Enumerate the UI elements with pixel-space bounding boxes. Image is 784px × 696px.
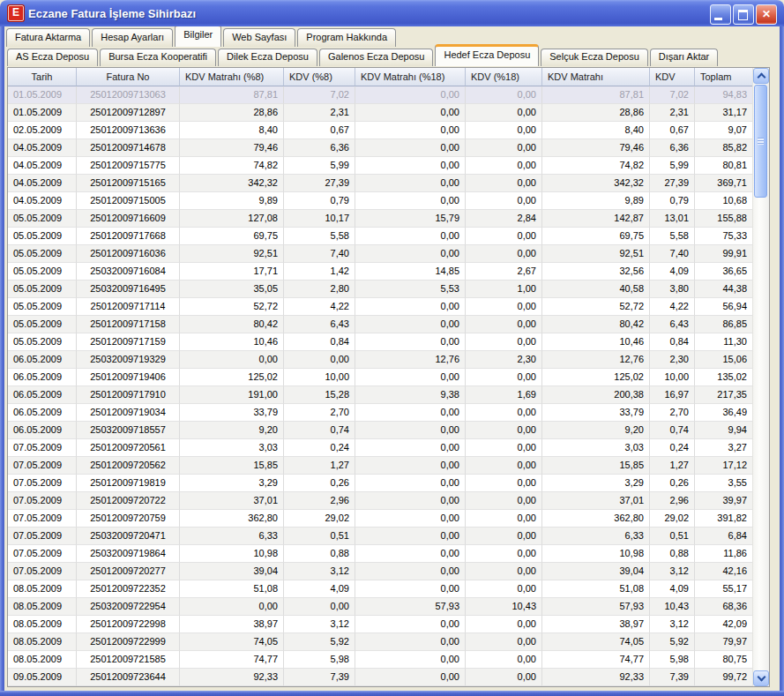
cell-kdv-matrahi-8: 125,02 xyxy=(180,369,284,386)
tab-label: Bursa Ecza Kooperatifi xyxy=(108,51,207,62)
column-header-tarih[interactable]: Tarih xyxy=(8,68,77,86)
maximize-button[interactable] xyxy=(733,4,754,25)
cell-kdv-8: 10,17 xyxy=(284,210,355,228)
cell-kdv-matrahi-18: 0,00 xyxy=(355,492,466,510)
table-row[interactable]: 07.05.20092503200971986410,980,880,000,0… xyxy=(8,545,753,563)
table-row[interactable]: 06.05.200925012009717910191,0015,289,381… xyxy=(8,386,753,404)
table-row[interactable]: 04.05.20092501200971467879,466,360,000,0… xyxy=(8,139,753,157)
column-header-toplam[interactable]: Toplam xyxy=(695,68,753,86)
depot-tab-d-ar-aktar[interactable]: Dışarı Aktar xyxy=(650,49,718,66)
tab-bilgiler[interactable]: Bilgiler xyxy=(175,24,221,47)
scroll-up-button[interactable] xyxy=(753,68,769,84)
table-row[interactable]: 07.05.200925012009720759362,8029,020,000… xyxy=(8,510,753,528)
cell-fatura-no: 25012009717159 xyxy=(77,333,180,351)
column-header-kdv-matrahi-8[interactable]: KDV Matrahı (%8) xyxy=(180,68,284,86)
cell-kdv: 2,30 xyxy=(650,351,695,369)
cell-kdv-18: 2,84 xyxy=(466,210,542,228)
column-header-kdv-matrahi-18[interactable]: KDV Matrahı (%18) xyxy=(355,68,466,86)
depot-tab-galenos-ecza-deposu[interactable]: Galenos Ecza Deposu xyxy=(319,49,433,66)
cell-kdv-8: 2,31 xyxy=(284,104,355,122)
table-row[interactable]: 05.05.200925012009716609127,0810,1715,79… xyxy=(8,210,753,228)
cell-kdv-matrahi-18: 0,00 xyxy=(355,369,466,386)
table-row[interactable]: 04.05.20092501200971577574,825,990,000,0… xyxy=(8,157,753,175)
table-row[interactable]: 07.05.20092501200972027739,043,120,000,0… xyxy=(8,563,753,580)
window-border-bottom xyxy=(0,691,784,696)
table-row[interactable]: 05.05.20092501200971711452,724,220,000,0… xyxy=(8,298,753,316)
cell-kdv-8: 0,88 xyxy=(284,545,355,563)
cell-kdv-18: 0,00 xyxy=(466,157,542,175)
depot-tab-hedef-ecza-deposu[interactable]: Hedef Ecza Deposu xyxy=(435,44,539,66)
cell-kdv: 16,97 xyxy=(650,386,695,404)
depot-tab-as-ecza-deposu[interactable]: AS Ecza Deposu xyxy=(7,49,98,66)
table-row[interactable]: 04.05.200925012009715165342,3227,390,000… xyxy=(8,175,753,192)
cell-kdv-matrahi: 69,75 xyxy=(542,228,650,245)
cell-toplam: 155,88 xyxy=(695,210,753,228)
table-row[interactable]: 06.05.2009250320097185579,200,740,000,00… xyxy=(8,422,753,439)
depot-tab-bursa-ecza-kooperatifi[interactable]: Bursa Ecza Kooperatifi xyxy=(100,49,216,66)
cell-kdv-matrahi: 3,29 xyxy=(542,475,650,492)
table-row[interactable]: 08.05.2009250320097229540,000,0057,9310,… xyxy=(8,598,753,616)
vertical-scrollbar[interactable] xyxy=(752,68,769,686)
title-bar[interactable]: E Eczane Fatura İşleme Sihirbazı ✕ xyxy=(0,0,784,26)
table-row[interactable]: 08.05.20092501200972299974,055,920,000,0… xyxy=(8,633,753,651)
table-row[interactable]: 08.05.20092501200972158574,775,980,000,0… xyxy=(8,651,753,669)
cell-kdv-18: 0,00 xyxy=(466,669,542,686)
table-row[interactable]: 07.05.20092501200972072237,012,960,000,0… xyxy=(8,492,753,510)
table-row[interactable]: 06.05.2009250320097193290,000,0012,762,3… xyxy=(8,351,753,369)
table-row[interactable]: 05.05.20092501200971603692,517,400,000,0… xyxy=(8,245,753,263)
table-row[interactable]: 06.05.200925012009719406125,0210,000,000… xyxy=(8,369,753,386)
table-row[interactable]: 08.05.20092501200972235251,084,090,000,0… xyxy=(8,580,753,598)
cell-kdv-matrahi-18: 0,00 xyxy=(355,475,466,492)
table-row[interactable]: 02.05.2009250120097136368,400,670,000,00… xyxy=(8,122,753,139)
cell-kdv-8: 3,12 xyxy=(284,563,355,580)
table-row[interactable]: 01.05.20092501200971289728,862,310,000,0… xyxy=(8,104,753,122)
minimize-button[interactable] xyxy=(710,4,731,25)
table-row[interactable]: 05.05.20092501200971766869,755,580,000,0… xyxy=(8,228,753,245)
cell-kdv-matrahi-18: 0,00 xyxy=(355,422,466,439)
table-row[interactable]: 04.05.2009250120097150059,890,790,000,00… xyxy=(8,192,753,210)
table-row[interactable]: 07.05.2009250320097204716,330,510,000,00… xyxy=(8,528,753,545)
table-row[interactable]: 07.05.20092501200972056215,851,270,000,0… xyxy=(8,457,753,475)
table-row[interactable]: 05.05.20092503200971608417,711,4214,852,… xyxy=(8,263,753,281)
tab-hesap-ayarlar[interactable]: Hesap Ayarları xyxy=(92,28,173,47)
close-button[interactable]: ✕ xyxy=(756,4,777,25)
cell-kdv-matrahi-18: 0,00 xyxy=(355,139,466,157)
tab-web-sayfas[interactable]: Web Sayfası xyxy=(223,28,295,47)
table-row[interactable]: 09.05.20092501200972364492,337,390,000,0… xyxy=(8,669,753,686)
cell-kdv: 4,09 xyxy=(650,263,695,281)
cell-kdv-matrahi: 6,33 xyxy=(542,528,650,545)
cell-toplam: 39,97 xyxy=(695,492,753,510)
table-row[interactable]: 08.05.20092501200972299838,973,120,000,0… xyxy=(8,616,753,633)
tab-label: Fatura Aktarma xyxy=(15,32,81,42)
tab-program-hakk-nda[interactable]: Program Hakkında xyxy=(297,28,396,47)
cell-kdv-matrahi-8: 80,42 xyxy=(180,316,284,333)
cell-kdv-matrahi-8: 9,89 xyxy=(180,192,284,210)
tab-label: Web Sayfası xyxy=(232,32,287,42)
depot-tab-sel-uk-ecza-deposu[interactable]: Selçuk Ecza Deposu xyxy=(541,49,648,66)
column-header-fatura-no[interactable]: Fatura No xyxy=(77,68,180,86)
column-header-kdv[interactable]: KDV xyxy=(650,68,695,86)
cell-kdv-18: 0,00 xyxy=(466,104,542,122)
table-row[interactable]: 05.05.20092501200971715880,426,430,000,0… xyxy=(8,316,753,333)
table-row[interactable]: 01.05.20092501200971306387,817,020,000,0… xyxy=(8,86,753,104)
table-row[interactable]: 06.05.20092501200971903433,792,700,000,0… xyxy=(8,404,753,422)
column-header-kdv-8[interactable]: KDV (%8) xyxy=(284,68,355,86)
scroll-down-button[interactable] xyxy=(753,670,769,686)
cell-kdv-matrahi: 342,32 xyxy=(542,175,650,192)
column-header-kdv-18[interactable]: KDV (%18) xyxy=(466,68,542,86)
column-header-kdv-matrahi[interactable]: KDV Matrahı xyxy=(542,68,650,86)
depot-tab-dilek-ecza-deposu[interactable]: Dilek Ecza Deposu xyxy=(218,49,317,66)
table-row[interactable]: 07.05.2009250120097198193,290,260,000,00… xyxy=(8,475,753,492)
cell-tarih: 05.05.2009 xyxy=(8,245,77,263)
table-row[interactable]: 07.05.2009250120097205613,030,240,000,00… xyxy=(8,439,753,457)
cell-tarih: 04.05.2009 xyxy=(8,139,77,157)
cell-kdv-matrahi-18: 0,00 xyxy=(355,457,466,475)
cell-kdv-matrahi: 125,02 xyxy=(542,369,650,386)
tab-label: AS Ecza Deposu xyxy=(16,51,89,62)
scroll-thumb[interactable] xyxy=(754,85,767,198)
table-row[interactable]: 05.05.20092503200971649535,052,805,531,0… xyxy=(8,281,753,298)
cell-kdv-matrahi-8: 74,05 xyxy=(180,633,284,651)
tab-fatura-aktarma[interactable]: Fatura Aktarma xyxy=(6,28,90,47)
table-row[interactable]: 05.05.20092501200971715910,460,840,000,0… xyxy=(8,333,753,351)
window-title: Eczane Fatura İşleme Sihirbazı xyxy=(28,7,196,20)
